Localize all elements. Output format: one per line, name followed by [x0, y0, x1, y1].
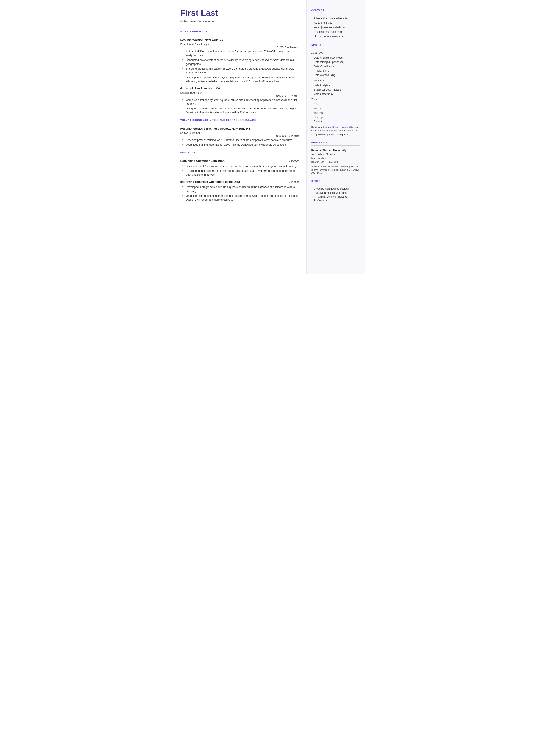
bullet-item: Developed a reporting tool in Python (Dj… [183, 76, 299, 83]
tip-text-before: Don't forget to use [311, 126, 332, 128]
skill-item: Hadoop [311, 115, 360, 119]
job-1-bullets: Automated 10+ manual processes using Pyt… [180, 49, 299, 83]
vol-1-dates: 06/2009 – 04/2010 [276, 131, 299, 138]
job-2-company: Growthsi, San Francisco, CA [180, 86, 220, 91]
bullet-item: Automated 10+ manual processes using Pyt… [183, 49, 299, 57]
other-section: OTHER Cloudera Certified Professional EM… [311, 179, 360, 202]
project-2-bullets: Developed a program to eliminate duplica… [180, 185, 299, 202]
techniques-label: Techniques: [311, 79, 360, 83]
projects-divider [180, 155, 299, 156]
project-1-name: Rethinking Customer Education [180, 159, 225, 163]
skills-section: SKILLS Hard Skills: Data Analysis (Advan… [311, 43, 360, 136]
bullet-item: Designed an innovative file system to tr… [183, 107, 299, 114]
skill-item: Data Analysis (Advanced) [311, 56, 360, 60]
job-2-bullets: Compiled database by creating index tabl… [180, 98, 299, 115]
contact-item-github: github.com/resumeworded [311, 35, 360, 38]
tools-label: Tools: [311, 98, 360, 101]
contact-item-linkedin: linkedin.com/in/username [311, 30, 360, 34]
candidate-title: Entry Level Data Analyst [180, 19, 299, 24]
bullet-item: Compiled database by creating index tabl… [183, 98, 299, 106]
skill-item: Tableau [311, 111, 360, 115]
skill-item: Data Analytics [311, 83, 360, 87]
project-1-bullets: Discovered a 90% correlation between a w… [180, 164, 299, 177]
tip-box: Don't forget to use Resume Worded to sca… [311, 125, 360, 136]
work-divider [180, 35, 299, 35]
education-block: Resume Worded University Associate of Sc… [311, 148, 360, 175]
bullet-item: Provided product training for 70+ intern… [183, 138, 299, 142]
bullet-item: Stored, organized, and examined 100 GB o… [183, 67, 299, 74]
skill-item: Chromatography [311, 92, 360, 96]
job-2-header: Growthsi, San Francisco, CA [180, 86, 299, 91]
bullet-item: Organized spreadsheet information into d… [183, 194, 299, 202]
other-item: EMC Data Science Associate. [311, 191, 360, 195]
contact-divider [311, 14, 360, 14]
project-2-header: Improving Business Operations using Data… [180, 180, 299, 184]
skill-item: Minitab [311, 107, 360, 111]
bullet-item: Developed a program to eliminate duplica… [183, 185, 299, 193]
job-2-dates: 06/2010 – 12/2014 [276, 91, 299, 98]
projects-section: PROJECTS Rethinking Customer Education 0… [180, 151, 299, 202]
skill-item: Programming [311, 69, 360, 72]
bullet-item: Established that customized business app… [183, 169, 299, 177]
candidate-name: First Last [180, 9, 299, 18]
job-1-dates: 01/2015 – Present [277, 42, 299, 49]
volunteering-label: VOLUNTEERING ACTIVITIES AND EXTRACURRICU… [180, 118, 299, 122]
project-2-date: 04/2009 [289, 180, 299, 184]
tools-list: SQL Minitab Tableau Hadoop Python [311, 102, 360, 124]
hard-skills-label: Hard Skills: [311, 51, 360, 55]
job-2-title: Database Assistant [180, 91, 203, 95]
job-1-company: Resume Worded, New York, NY [180, 38, 223, 42]
skill-item: Data Visualization [311, 65, 360, 68]
other-divider [311, 184, 360, 184]
bullet-item: Organized training materials for 1300+ c… [183, 143, 299, 147]
edu-location-date: Boston, MA — 05/2010 [311, 160, 360, 164]
bullet-item: Discovered a 90% correlation between a w… [183, 164, 299, 168]
vol-1-company: Resume Worded's Business Society, New Yo… [180, 126, 251, 131]
other-label: OTHER [311, 179, 360, 183]
contact-list: Atlanta, GA (Open to Remote) +1-234-456-… [311, 16, 360, 38]
education-section: EDUCATION Resume Worded University Assoc… [311, 141, 360, 175]
education-label: EDUCATION [311, 141, 360, 144]
projects-label: PROJECTS [180, 151, 299, 154]
volunteering-section: VOLUNTEERING ACTIVITIES AND EXTRACURRICU… [180, 118, 299, 147]
vol-1-bullets: Provided product training for 70+ intern… [180, 138, 299, 147]
skills-label: SKILLS [311, 43, 360, 47]
techniques-list: Data Analytics Statistical Data Analysis… [311, 83, 360, 96]
right-column: CONTACT Atlanta, GA (Open to Remote) +1-… [306, 0, 365, 274]
bullet-item: Conducted an analysis of client behavior… [183, 58, 299, 66]
contact-label: CONTACT [311, 9, 360, 12]
vol-1-header: Resume Worded's Business Society, New Yo… [180, 126, 299, 131]
work-experience-label: WORK EXPERIENCE [180, 30, 299, 33]
hard-skills-list: Data Analysis (Advanced) Data Mining (Ex… [311, 56, 360, 77]
contact-section: CONTACT Atlanta, GA (Open to Remote) +1-… [311, 9, 360, 38]
skill-item: Python [311, 120, 360, 124]
work-experience-section: WORK EXPERIENCE Resume Worded, New York,… [180, 30, 299, 114]
contact-item-phone: +1-234-456-789 [311, 21, 360, 25]
other-item: INFORMS Certified Analytics Professional… [311, 195, 360, 202]
edu-degree: Associate of Science [311, 153, 360, 156]
resume-page: First Last Entry Level Data Analyst WORK… [171, 0, 365, 274]
skill-item: Statistical Data Analysis [311, 88, 360, 92]
edu-awards: Awards: Resume Worded Teaching Fellow (o… [311, 165, 360, 175]
contact-item-email: email@resumeworded.com [311, 25, 360, 29]
job-1-title: Entry Level Data Analyst [180, 42, 210, 46]
volunteering-divider [180, 123, 299, 124]
job-1-header: Resume Worded, New York, NY [180, 38, 299, 42]
other-list: Cloudera Certified Professional EMC Data… [311, 187, 360, 202]
skill-item: Data Mining (Experienced) [311, 60, 360, 64]
project-1-date: 05/2009 [289, 159, 299, 163]
contact-item-location: Atlanta, GA (Open to Remote) [311, 16, 360, 20]
resume-worded-link[interactable]: Resume Worded [332, 126, 351, 128]
skill-item: SQL [311, 102, 360, 106]
other-item: Cloudera Certified Professional [311, 187, 360, 191]
edu-school: Resume Worded University [311, 148, 360, 153]
project-1-header: Rethinking Customer Education 05/2009 [180, 159, 299, 163]
left-column: First Last Entry Level Data Analyst WORK… [171, 0, 306, 274]
vol-1-title: Software Trainer [180, 131, 200, 135]
project-2-name: Improving Business Operations using Data [180, 180, 240, 184]
skill-item: Data Warehousing [311, 73, 360, 77]
edu-field: Mathematics [311, 156, 360, 160]
